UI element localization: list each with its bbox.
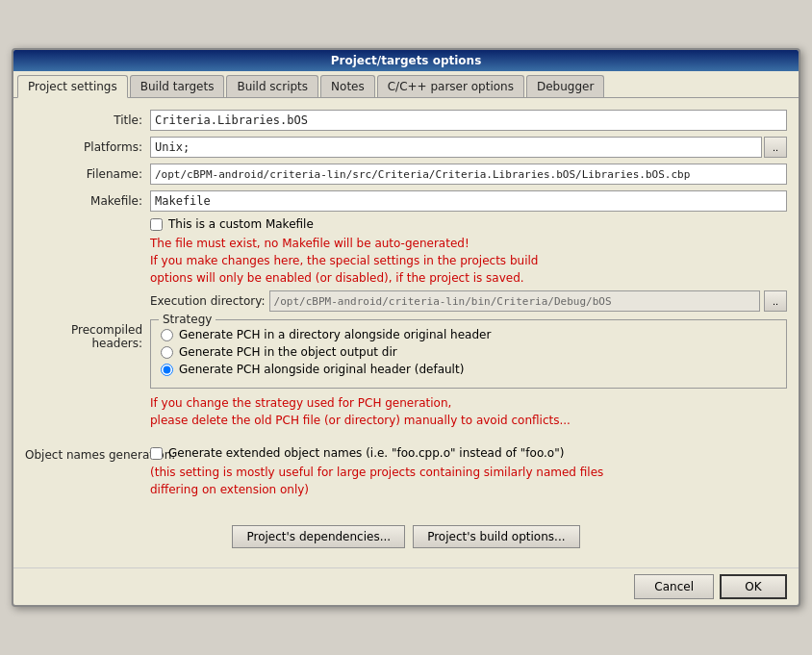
action-buttons-row: Project's dependencies... Project's buil… (25, 525, 787, 548)
radio2-row: Generate PCH in the object output dir (161, 345, 776, 359)
obj-names-checkbox-row: Generate extended object names (i.e. "fo… (150, 446, 787, 460)
filename-input[interactable] (150, 164, 787, 185)
radio3-row: Generate PCH alongside original header (… (161, 363, 776, 376)
exec-dir-row: Execution directory: .. (150, 290, 787, 312)
pch-warning1: If you change the strategy used for PCH … (150, 394, 787, 412)
custom-makefile-label: This is a custom Makefile (168, 217, 314, 231)
title-row: Title: (25, 110, 787, 131)
exec-dir-label: Execution directory: (150, 294, 266, 308)
warning-line2: If you make changes here, the special se… (150, 252, 787, 269)
platforms-label: Platforms: (25, 140, 150, 154)
main-dialog: Project/targets options Project settings… (12, 48, 800, 607)
radio1-row: Generate PCH in a directory alongside or… (161, 328, 776, 341)
radio2-label: Generate PCH in the object output dir (179, 345, 397, 359)
ok-button[interactable]: OK (720, 574, 787, 599)
obj-names-row: Object names generation: Generate extend… (25, 446, 787, 502)
tab-content: Title: Platforms: .. Filename: Makefile:… (13, 98, 799, 567)
build-options-button[interactable]: Project's build options... (413, 525, 579, 548)
obj-names-note: (this setting is mostly useful for large… (150, 464, 787, 498)
platforms-browse-button[interactable]: .. (764, 137, 787, 158)
dependencies-button[interactable]: Project's dependencies... (232, 525, 405, 548)
dialog-title: Project/targets options (13, 50, 799, 71)
tab-build-scripts[interactable]: Build scripts (226, 75, 318, 97)
platforms-row: Platforms: .. (25, 137, 787, 158)
radio3-pch[interactable] (161, 364, 173, 376)
precompiled-label: Precompiled headers: (25, 319, 150, 350)
strategy-group-title: Strategy (159, 313, 216, 326)
custom-makefile-block: This is a custom Makefile The file must … (150, 217, 787, 312)
warning-line1: The file must exist, no Makefile will be… (150, 235, 787, 252)
exec-dir-input[interactable] (269, 290, 760, 312)
makefile-input[interactable] (150, 190, 787, 212)
precompiled-content: Strategy Generate PCH in a directory alo… (150, 319, 787, 433)
obj-names-checkbox[interactable] (150, 447, 163, 460)
obj-names-note2: differing on extension only) (150, 481, 787, 498)
pch-warning: If you change the strategy used for PCH … (150, 394, 787, 429)
custom-makefile-checkbox[interactable] (150, 218, 163, 231)
strategy-groupbox: Strategy Generate PCH in a directory alo… (150, 319, 787, 389)
tab-cpp-parser[interactable]: C/C++ parser options (377, 75, 524, 97)
title-input[interactable] (150, 110, 787, 131)
filename-label: Filename: (25, 167, 150, 181)
custom-makefile-row: This is a custom Makefile (150, 217, 787, 231)
cancel-button[interactable]: Cancel (634, 574, 714, 599)
radio2-pch[interactable] (161, 346, 173, 359)
filename-row: Filename: (25, 164, 787, 185)
warning-line3: options will only be enabled (or disable… (150, 269, 787, 287)
platforms-input[interactable] (150, 137, 762, 158)
pch-warning2: please delete the old PCH file (or direc… (150, 412, 787, 429)
footer-row: Cancel OK (13, 567, 799, 605)
obj-names-checkbox-label: Generate extended object names (i.e. "fo… (168, 446, 564, 460)
warning-text: The file must exist, no Makefile will be… (150, 235, 787, 287)
radio1-pch[interactable] (161, 329, 173, 341)
makefile-row: Makefile: (25, 190, 787, 212)
radio1-label: Generate PCH in a directory alongside or… (179, 328, 491, 341)
tab-notes[interactable]: Notes (320, 75, 375, 97)
obj-names-note1: (this setting is mostly useful for large… (150, 464, 787, 481)
tab-project-settings[interactable]: Project settings (17, 75, 128, 98)
title-label: Title: (25, 113, 150, 127)
platforms-input-group: .. (150, 137, 787, 158)
makefile-label: Makefile: (25, 194, 150, 208)
tab-build-targets[interactable]: Build targets (130, 75, 225, 97)
obj-names-label: Object names generation: (25, 446, 150, 462)
obj-names-content: Generate extended object names (i.e. "fo… (150, 446, 787, 502)
tab-bar: Project settings Build targets Build scr… (13, 71, 799, 98)
exec-dir-browse-button[interactable]: .. (764, 290, 787, 312)
radio3-label: Generate PCH alongside original header (… (179, 363, 464, 376)
tab-debugger[interactable]: Debugger (526, 75, 604, 97)
precompiled-row: Precompiled headers: Strategy Generate P… (25, 319, 787, 433)
